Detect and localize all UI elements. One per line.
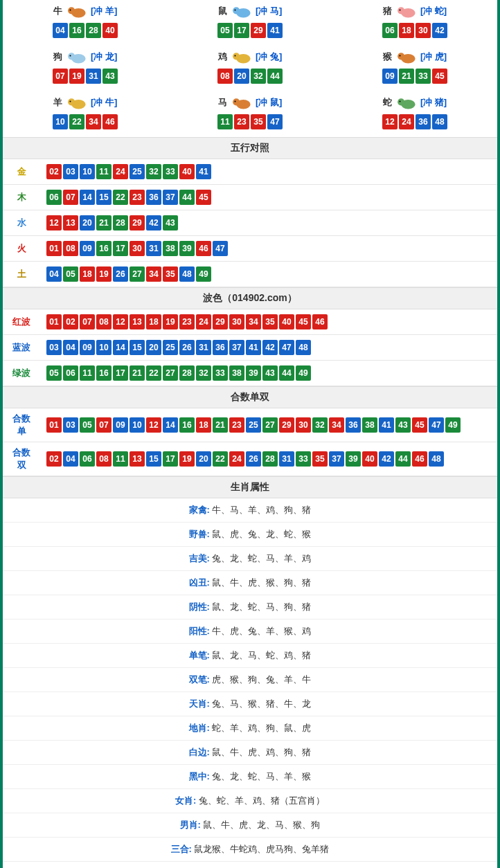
number-ball: 07 [53, 69, 68, 84]
svg-point-25 [398, 98, 404, 105]
number-ball: 26 [113, 266, 128, 282]
number-ball: 41 [246, 340, 261, 355]
zodiac-cell: 牛 [冲 羊] 04162840 [3, 0, 168, 46]
number-ball: 43 [395, 417, 411, 433]
table-row: 土 04051819262734354849 [3, 262, 497, 287]
attr-value: 牛、虎、兔、羊、猴、鸡 [212, 626, 311, 636]
number-ball: 04 [63, 340, 78, 355]
number-ball: 49 [196, 266, 211, 282]
number-ball: 09 [80, 241, 95, 256]
attr-row: 吉美: 兔、龙、蛇、马、羊、鸡 [3, 547, 497, 571]
number-ball: 30 [416, 23, 431, 38]
row-label: 合数单 [3, 408, 40, 442]
number-ball: 21 [96, 215, 111, 230]
row-label: 绿波 [3, 361, 40, 386]
attr-row: 三合: 鼠龙猴、牛蛇鸡、虎马狗、兔羊猪 [3, 838, 497, 862]
number-ball: 13 [130, 451, 145, 467]
zodiac-animal-icon [64, 96, 88, 111]
svg-point-19 [68, 98, 75, 105]
number-ball: 17 [234, 23, 249, 38]
number-ball: 32 [196, 365, 211, 381]
zodiac-animal-icon [394, 50, 418, 65]
number-ball: 05 [63, 266, 78, 282]
number-ball: 39 [179, 241, 195, 256]
number-ball: 20 [80, 215, 95, 230]
number-ball: 40 [279, 314, 294, 329]
number-ball: 15 [130, 340, 145, 355]
number-ball: 45 [432, 69, 447, 84]
row-balls: 02031011242532334041 [40, 159, 497, 185]
number-ball: 32 [146, 164, 161, 179]
row-label: 金 [3, 159, 40, 185]
row-balls: 03040910141520252631363741424748 [40, 335, 497, 361]
number-ball: 04 [63, 451, 78, 467]
attr-value: 兔、龙、蛇、马、羊、鸡 [212, 553, 311, 563]
zodiac-conflict: [冲 牛] [91, 97, 117, 107]
number-ball: 48 [432, 114, 447, 129]
number-ball: 02 [46, 451, 62, 467]
attr-value: 鼠、龙、马、蛇、鸡、猪 [212, 650, 311, 660]
svg-point-5 [235, 9, 236, 10]
number-ball: 40 [102, 23, 118, 38]
number-ball: 11 [80, 365, 95, 381]
attr-value: 鼠龙猴、牛蛇鸡、虎马狗、兔羊猪 [194, 844, 329, 854]
table-row: 红波 0102070812131819232429303435404546 [3, 309, 497, 335]
number-ball: 33 [296, 451, 311, 467]
row-label: 合数双 [3, 442, 40, 476]
zodiac-animal-icon [64, 50, 88, 65]
wuxing-header: 五行对照 [3, 137, 497, 159]
attr-row: 家禽: 牛、马、羊、鸡、狗、猪 [3, 498, 497, 523]
number-ball: 15 [146, 451, 161, 467]
number-ball: 28 [86, 23, 101, 38]
number-ball: 42 [432, 23, 447, 38]
number-ball: 26 [246, 451, 261, 467]
zodiac-cell: 羊 [冲 牛] 10223446 [3, 91, 168, 137]
number-ball: 48 [296, 340, 311, 355]
attr-value: 兔、马、猴、猪、牛、龙 [212, 698, 311, 709]
zodiac-cell: 鼠 [冲 马] 05172941 [168, 0, 332, 46]
number-ball: 14 [163, 417, 178, 433]
attr-key: 天肖: [189, 698, 210, 709]
attr-key: 凶丑: [189, 577, 210, 588]
number-ball: 21 [399, 69, 414, 84]
number-ball: 27 [130, 266, 145, 282]
attr-row: 六合: 鼠牛、龙鸡、虎猪、蛇猴、兔狗、马羊 [3, 862, 497, 868]
zodiac-cell: 猪 [冲 蛇] 06183042 [332, 0, 497, 46]
number-ball: 16 [96, 365, 111, 381]
zodiac-title: 马 [冲 鼠] [168, 96, 332, 111]
table-row: 合数双 020406081113151719202224262831333537… [3, 442, 497, 476]
attr-key: 阴性: [189, 602, 210, 612]
number-ball: 30 [130, 241, 145, 256]
attrs-list: 家禽: 牛、马、羊、鸡、狗、猪野兽: 鼠、虎、兔、龙、蛇、猴吉美: 兔、龙、蛇、… [3, 498, 497, 868]
svg-point-23 [235, 100, 236, 102]
number-ball: 03 [46, 340, 62, 355]
number-ball: 11 [217, 114, 233, 129]
number-ball: 01 [46, 314, 62, 329]
number-ball: 38 [163, 241, 178, 256]
number-ball: 36 [346, 417, 361, 433]
svg-point-8 [400, 9, 401, 10]
zodiac-balls: 10223446 [3, 114, 168, 130]
zodiac-name: 狗 [53, 51, 62, 62]
number-ball: 22 [213, 451, 228, 467]
bose-header: 波色（014902.com） [3, 287, 497, 309]
zodiac-title: 蛇 [冲 猪] [332, 96, 497, 111]
attr-key: 阳性: [189, 626, 210, 636]
attr-row: 男肖: 鼠、牛、虎、龙、马、猴、狗 [3, 813, 497, 838]
number-ball: 08 [63, 241, 78, 256]
number-ball: 46 [312, 314, 328, 329]
attr-key: 吉美: [189, 553, 210, 563]
attr-value: 蛇、羊、鸡、狗、鼠、虎 [212, 723, 311, 733]
number-ball: 28 [179, 365, 195, 381]
attr-key: 地肖: [189, 723, 210, 733]
number-ball: 04 [53, 23, 68, 38]
number-ball: 42 [262, 340, 278, 355]
shuxing-header: 生肖属性 [3, 476, 497, 498]
number-ball: 34 [246, 314, 261, 329]
number-ball: 25 [163, 340, 178, 355]
number-ball: 38 [362, 417, 377, 433]
number-ball: 47 [429, 417, 444, 433]
attr-key: 女肖: [175, 795, 196, 806]
number-ball: 49 [445, 417, 461, 433]
attr-value: 兔、蛇、羊、鸡、猪（五宫肖） [199, 795, 325, 806]
